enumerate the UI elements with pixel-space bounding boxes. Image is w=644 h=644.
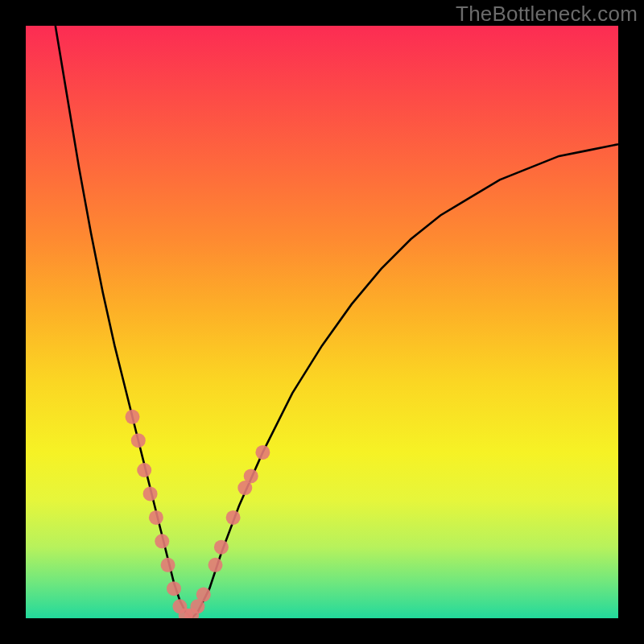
sample-dot: [143, 486, 158, 501]
bottleneck-curve: [56, 26, 618, 618]
sample-dot: [137, 463, 151, 477]
chart-frame: TheBottleneck.com: [0, 0, 644, 644]
plot-area: [26, 26, 618, 618]
sample-dot: [149, 510, 163, 525]
sample-dot: [208, 558, 223, 572]
sample-dot: [161, 558, 175, 572]
sample-dot: [131, 433, 146, 448]
sample-dots-group: [126, 410, 270, 618]
sample-dot: [226, 510, 241, 525]
sample-dot: [255, 445, 270, 460]
sample-dot: [167, 581, 181, 596]
curve-svg: [26, 26, 618, 618]
sample-dot: [244, 469, 258, 483]
sample-dot: [196, 588, 211, 602]
watermark-text: TheBottleneck.com: [456, 2, 638, 27]
sample-dot: [214, 540, 229, 555]
sample-dot: [126, 410, 140, 424]
sample-dot: [155, 534, 169, 548]
